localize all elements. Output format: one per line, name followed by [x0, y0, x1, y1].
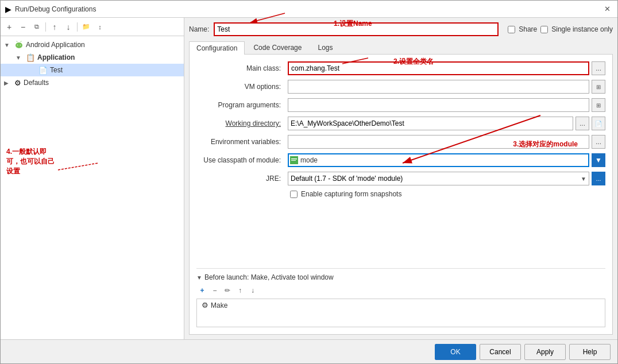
apply-button[interactable]: Apply	[524, 344, 566, 360]
spacer	[196, 203, 605, 264]
enable-snapshots-label: Enable capturing form snapshots	[301, 190, 401, 198]
bottom-bar: OK Cancel Apply Help	[1, 339, 617, 363]
enable-snapshots-checkbox[interactable]	[290, 191, 298, 198]
env-vars-label: Environment variables:	[196, 138, 285, 146]
tree-item-application[interactable]: ▼ 📋 Application	[1, 51, 184, 64]
name-input[interactable]	[214, 22, 499, 36]
content-area: + − ⧉ ↑ ↓ 📁 ↕ ▼ Android Application	[1, 18, 617, 339]
module-dropdown-button[interactable]: ▼	[592, 153, 605, 167]
application-icon: 📋	[26, 53, 35, 62]
sort-button[interactable]: ↕	[94, 21, 106, 33]
svg-rect-1	[17, 43, 21, 46]
env-vars-browse[interactable]: ...	[592, 135, 605, 149]
svg-point-3	[20, 45, 21, 46]
env-vars-input[interactable]	[288, 135, 589, 149]
share-label: Share	[519, 25, 537, 33]
svg-point-2	[17, 45, 18, 46]
add-config-button[interactable]: +	[3, 21, 16, 33]
jre-row: JRE: Default (1.7 - SDK of 'mode' module…	[196, 172, 605, 185]
jre-select[interactable]: Default (1.7 - SDK of 'mode' module) ▼	[288, 172, 589, 185]
vm-options-label: VM options:	[196, 83, 285, 91]
defaults-label: Defaults	[24, 79, 49, 87]
before-launch-list: ⚙ Make	[196, 299, 605, 327]
defaults-icon: ⚙	[14, 79, 21, 87]
move-down-button[interactable]: ↓	[62, 21, 75, 33]
svg-line-5	[21, 41, 21, 42]
window-title: Run/Debug Configurations	[15, 5, 96, 13]
name-row: Name: Share Single instance only	[189, 22, 613, 36]
name-label: Name:	[189, 25, 209, 33]
move-up-button[interactable]: ↑	[48, 21, 61, 33]
bl-remove-button[interactable]: −	[209, 285, 221, 296]
window-title-icon: ▶	[5, 5, 11, 14]
expand-icon-defaults: ▶	[4, 80, 12, 86]
bl-add-button[interactable]: +	[196, 285, 208, 296]
bl-move-up-button[interactable]: ↑	[234, 285, 246, 296]
remove-config-button[interactable]: −	[17, 21, 29, 33]
ok-button[interactable]: OK	[435, 344, 476, 360]
bl-edit-button[interactable]: ✏	[222, 285, 233, 296]
program-args-expand[interactable]: ⊞	[592, 98, 605, 112]
help-button[interactable]: Help	[569, 344, 611, 360]
tab-code-coverage[interactable]: Code Coverage	[246, 41, 309, 54]
svg-rect-7	[291, 158, 297, 160]
toolbar-separator-2	[77, 22, 78, 32]
vm-options-input[interactable]	[288, 80, 589, 94]
working-dir-file[interactable]: 📄	[592, 117, 605, 130]
jre-dropdown-arrow: ▼	[581, 176, 586, 182]
jre-dropdown-button[interactable]: ...	[592, 172, 605, 185]
jre-value: Default (1.7 - SDK of 'mode' module)	[291, 175, 403, 183]
before-launch-section: ▼ Before launch: Make, Activate tool win…	[196, 268, 605, 327]
bl-item-make[interactable]: ⚙ Make	[197, 299, 605, 311]
config-panel: Main class: ... 2.设置全类名 VM options: ⊞ Pr…	[189, 55, 613, 335]
jre-label: JRE:	[196, 175, 285, 183]
android-app-label: Android Application	[26, 41, 85, 49]
copy-config-button[interactable]: ⧉	[30, 21, 43, 33]
tree-item-android-app[interactable]: ▼ Android Application	[1, 38, 184, 51]
before-launch-toolbar: + − ✏ ↑ ↓	[196, 285, 605, 296]
tree-item-defaults[interactable]: ▶ ⚙ Defaults	[1, 76, 184, 89]
main-class-browse[interactable]: ...	[592, 61, 605, 75]
tab-logs[interactable]: Logs	[310, 41, 340, 54]
single-instance-checkbox[interactable]	[540, 26, 548, 33]
working-dir-label: Working directory:	[196, 119, 285, 127]
before-launch-title-text: Before launch: Make, Activate tool windo…	[204, 273, 334, 281]
main-class-row: Main class: ...	[196, 61, 605, 75]
module-icon	[290, 156, 298, 164]
share-checkbox[interactable]	[508, 26, 515, 33]
test-icon: 📄	[38, 66, 48, 75]
make-icon: ⚙	[202, 301, 208, 309]
working-dir-row: Working directory: ... 📄	[196, 117, 605, 130]
main-class-label: Main class:	[196, 64, 285, 72]
make-label: Make	[211, 301, 227, 309]
config-tree: ▼ Android Application ▼ 📋 Application 📄	[1, 36, 184, 339]
working-dir-browse[interactable]: ...	[575, 117, 589, 130]
before-launch-title: ▼ Before launch: Make, Activate tool win…	[196, 273, 605, 281]
main-class-input[interactable]	[288, 61, 589, 75]
env-vars-row: Environment variables: ...	[196, 135, 605, 149]
svg-line-4	[17, 41, 17, 42]
svg-rect-8	[291, 160, 296, 161]
enable-snapshots-row: Enable capturing form snapshots	[290, 190, 605, 198]
tab-configuration[interactable]: Configuration	[189, 41, 245, 55]
test-label: Test	[50, 66, 63, 74]
folder-button[interactable]: 📁	[80, 21, 92, 33]
module-label: Use classpath of module:	[196, 156, 285, 164]
single-instance-label: Single instance only	[551, 25, 613, 33]
right-panel: Name: Share Single instance only 1.设置Nam…	[184, 18, 617, 339]
toolbar-separator	[45, 22, 46, 32]
left-toolbar: + − ⧉ ↑ ↓ 📁 ↕	[1, 18, 184, 36]
module-text: mode	[300, 156, 318, 164]
tabs: Configuration Code Coverage Logs	[189, 41, 613, 55]
share-row: Share Single instance only	[508, 25, 613, 33]
working-dir-input[interactable]	[288, 117, 573, 130]
vm-options-expand[interactable]: ⊞	[592, 80, 605, 94]
module-input-box[interactable]: mode	[288, 153, 589, 167]
program-args-input[interactable]	[288, 98, 589, 112]
tree-item-test[interactable]: 📄 Test	[1, 64, 184, 76]
bl-move-down-button[interactable]: ↓	[247, 285, 258, 296]
cancel-button[interactable]: Cancel	[480, 344, 521, 360]
before-launch-expand-icon[interactable]: ▼	[196, 274, 202, 281]
title-controls: ✕	[601, 3, 613, 15]
close-button[interactable]: ✕	[601, 3, 613, 15]
